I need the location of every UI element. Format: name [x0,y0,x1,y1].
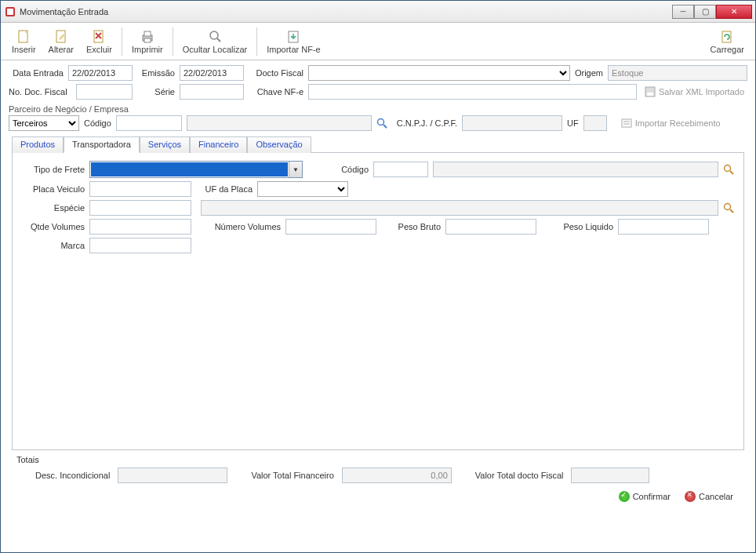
valor-total-docto-label: Valor Total docto Fiscal [475,471,564,480]
imprimir-button[interactable]: Imprimir [125,27,169,56]
totals-group: Totais Desc. Incondicional Valor Total F… [12,455,744,483]
chave-nfe-input[interactable] [308,84,637,100]
transp-search-icon[interactable] [723,164,734,175]
app-icon [4,5,16,18]
reload-icon [719,29,735,45]
tab-financeiro[interactable]: Financeiro [190,136,247,153]
origem-input [608,65,747,81]
import-icon [285,29,301,45]
svg-rect-8 [144,31,151,36]
toolbar-separator [256,27,257,56]
valor-total-financeiro-label: Valor Total Financeiro [251,471,333,480]
uf-input [583,115,607,131]
importar-nfe-button[interactable]: Importar NF-e [260,27,326,56]
toolbar: Inserir Alterar Excluir Imprimir Ocultar… [1,23,755,60]
tipo-frete-label: Tipo de Frete [22,165,85,174]
uf-placa-select[interactable] [257,181,348,197]
valor-total-docto-input [571,468,649,483]
svg-rect-18 [622,119,631,127]
uf-label: UF [567,118,579,128]
close-button[interactable]: ✕ [716,5,752,19]
salvar-xml-label: Salvar XML Importado [659,87,744,96]
serie-label: Série [137,87,175,96]
svg-point-21 [725,166,731,172]
parceiro-search-icon[interactable] [376,118,387,129]
uf-placa-label: UF da Placa [196,184,253,194]
toolbar-separator [173,27,173,56]
ocultar-localizar-label: Ocultar Localizar [183,45,248,54]
cnpj-input [462,115,562,131]
parceiro-codigo-label: Código [84,118,111,128]
tipo-frete-value [91,162,288,176]
transp-codigo-input[interactable] [373,162,428,177]
window-title: Movimentação Entrada [20,7,672,16]
alterar-button[interactable]: Alterar [42,27,80,56]
tab-servicos[interactable]: Serviços [140,136,190,153]
data-entrada-label: Data Entrada [9,68,64,78]
parceiro-codigo-input[interactable] [116,115,182,131]
search-icon [207,29,223,45]
ok-icon [619,491,630,502]
transp-codigo-label: Código [307,165,369,174]
emissao-input[interactable] [180,65,244,81]
parceiro-tipo-select[interactable]: Terceiros [9,115,79,131]
confirmar-button[interactable]: Confirmar [614,489,675,504]
inserir-label: Inserir [12,45,36,54]
delete-doc-icon [91,29,107,45]
marca-input[interactable] [89,238,191,253]
transp-nome-input [433,162,718,177]
carregar-label: Carregar [711,45,744,54]
tab-produtos[interactable]: Produtos [12,136,64,153]
main-window: Movimentação Entrada ─ ▢ ✕ Inserir Alter… [0,0,756,553]
toolbar-separator [122,27,122,56]
edit-doc-icon [53,29,69,45]
no-doc-input[interactable] [76,84,133,100]
svg-rect-9 [144,38,151,42]
origem-label: Origem [575,68,603,78]
qtde-volumes-input[interactable] [89,219,191,235]
minimize-button[interactable]: ─ [672,5,694,19]
especie-desc-input [201,200,718,216]
excluir-button[interactable]: Excluir [80,27,118,56]
serie-input[interactable] [180,84,244,100]
placa-input[interactable] [89,181,191,197]
especie-input[interactable] [89,200,191,216]
importar-recebimento-button[interactable]: Importar Recebimento [618,115,724,131]
tab-observacao[interactable]: Observação [247,136,311,153]
importar-recebimento-label: Importar Recebimento [635,118,721,128]
qtde-volumes-label: Qtde Volumes [22,222,85,231]
tab-transportadora[interactable]: Transportadora [64,136,140,153]
confirmar-label: Confirmar [633,492,671,501]
carregar-button[interactable]: Carregar [704,27,751,56]
especie-label: Espécie [22,203,85,213]
ocultar-localizar-button[interactable]: Ocultar Localizar [176,27,254,56]
titlebar: Movimentação Entrada ─ ▢ ✕ [1,1,755,23]
svg-rect-15 [647,93,653,96]
peso-bruto-input[interactable] [445,219,536,235]
window-buttons: ─ ▢ ✕ [672,5,752,19]
peso-bruto-label: Peso Bruto [381,222,441,231]
marca-label: Marca [22,241,85,250]
parceiro-nome-input [187,115,372,131]
inserir-button[interactable]: Inserir [5,27,42,56]
chave-nfe-label: Chave NF-e [249,87,303,96]
docto-fiscal-select[interactable] [308,65,570,81]
numero-volumes-label: Número Volumes [196,222,281,231]
placa-label: Placa Veiculo [22,184,85,194]
svg-rect-1 [7,9,13,15]
importar-nfe-label: Importar NF-e [267,45,320,54]
new-doc-icon [16,29,31,45]
tipo-frete-select[interactable]: ▼ [89,161,303,178]
desc-incondicional-input [118,468,227,483]
svg-line-24 [730,209,733,213]
numero-volumes-input[interactable] [285,219,376,235]
maximize-button[interactable]: ▢ [694,5,716,19]
peso-liquido-input[interactable] [618,219,709,235]
cancelar-button[interactable]: Cancelar [680,489,738,504]
footer: Confirmar Cancelar [9,483,747,511]
especie-search-icon[interactable] [723,202,734,213]
valor-total-financeiro-input [342,468,452,483]
chevron-down-icon[interactable]: ▼ [289,162,302,177]
data-entrada-input[interactable] [68,65,133,81]
salvar-xml-button[interactable]: Salvar XML Importado [642,84,747,100]
